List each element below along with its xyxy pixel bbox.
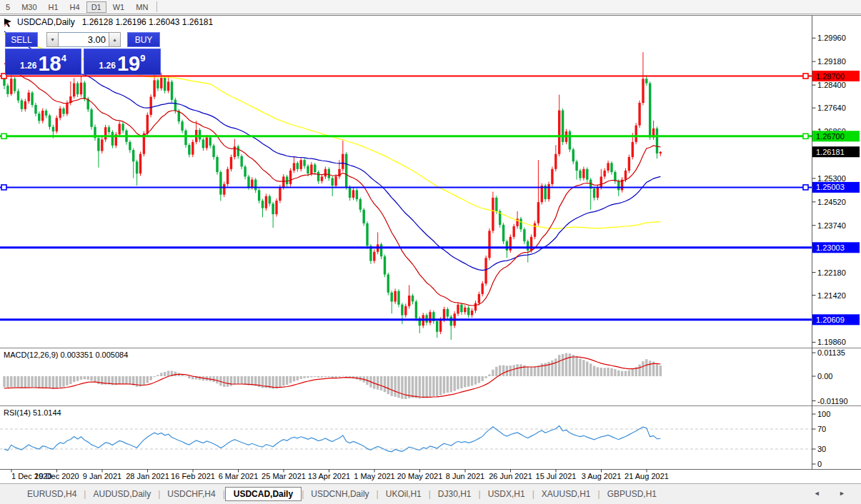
chart-area[interactable]: 1.299601.291801.284001.276401.268601.253… [0,0,861,504]
buy-price-display[interactable]: 1.26 19 9 [84,49,161,75]
svg-text:20 May 2021: 20 May 2021 [397,472,443,480]
svg-text:16 Feb 2021: 16 Feb 2021 [171,472,215,480]
svg-text:1.19860: 1.19860 [817,338,846,346]
volume-decrease-button[interactable]: ▾ [46,32,59,47]
macd-label: MACD(12,26,9) 0.003351 0.005084 [4,351,128,359]
svg-text:1.28700: 1.28700 [816,72,845,81]
timeframe-button-m30[interactable]: M30 [16,1,41,13]
tab-dj30-h1[interactable]: DJ30,H1 [431,488,479,500]
buy-price-sup: 9 [140,53,145,64]
timeframe-button-mn[interactable]: MN [131,1,153,13]
svg-text:8 Jun 2021: 8 Jun 2021 [446,472,484,480]
svg-text:9 Jan 2021: 9 Jan 2021 [83,472,121,480]
svg-text:70: 70 [817,425,826,433]
sell-price-display[interactable]: 1.26 18 4 [5,49,81,75]
svg-text:21 Aug 2021: 21 Aug 2021 [624,472,669,480]
svg-text:13 Apr 2021: 13 Apr 2021 [308,472,350,480]
chart-symbol-label: USDCAD,Daily [17,17,75,27]
volume-input[interactable] [59,32,109,47]
svg-text:0: 0 [817,460,822,468]
one-click-trading-panel: SELL ▾ ▴ BUY 1.26 18 4 1.26 19 9 [5,32,161,75]
svg-text:1.28400: 1.28400 [817,81,846,89]
svg-text:15 Jul 2021: 15 Jul 2021 [536,472,577,480]
svg-text:0.00: 0.00 [817,372,832,380]
sell-price-big: 18 [38,56,61,73]
mt4-terminal: { "toolbar":{"timeframes":["5","M30","H1… [0,0,861,504]
volume-increase-button[interactable]: ▴ [109,32,121,47]
svg-text:1.29960: 1.29960 [817,34,846,42]
tab-audusd-daily[interactable]: AUDUSD,Daily [86,488,158,500]
tab-xauusd-h1[interactable]: XAUUSD,H1 [534,488,598,500]
chart-icon [4,18,14,27]
svg-text:1.21420: 1.21420 [817,291,846,300]
buy-button[interactable]: BUY [127,32,160,47]
timeframe-button-d1[interactable]: D1 [86,1,106,13]
svg-text:30: 30 [817,445,826,453]
buy-price-base: 1.26 [99,61,116,71]
svg-text:1.24520: 1.24520 [817,198,846,206]
volume-spinner: ▾ ▴ [46,32,121,47]
svg-text:0.01135: 0.01135 [817,348,845,357]
triangle-down-icon: ▾ [51,36,54,43]
svg-text:19 Dec 2020: 19 Dec 2020 [34,472,79,480]
svg-text:1.26181: 1.26181 [816,148,845,156]
rsi-label: RSI(14) 51.0144 [4,408,61,417]
tab-usdx-h1[interactable]: USDX,H1 [481,488,532,500]
timeframe-button-w1[interactable]: W1 [108,1,130,13]
chart-ohlc-values: 1.26128 1.26196 1.26043 1.26181 [82,17,214,27]
svg-text:-0.01190: -0.01190 [817,397,848,405]
triangle-up-icon: ▴ [113,36,116,43]
svg-text:1.26700: 1.26700 [816,132,845,141]
svg-text:26 Jun 2021: 26 Jun 2021 [489,472,532,480]
tab-ukoil-h1[interactable]: UKOil,H1 [379,488,429,500]
svg-text:1 May 2021: 1 May 2021 [354,472,394,480]
timeframe-button-5[interactable]: 5 [1,1,15,13]
svg-text:1.23003: 1.23003 [816,243,845,252]
timeframe-toolbar: 5M30H1H4D1W1MN [0,0,861,14]
svg-text:1.20609: 1.20609 [816,316,845,324]
svg-text:100: 100 [817,410,830,418]
tab-scroll-arrows[interactable]: ◄ ► [814,490,854,497]
chart-tab-bar: EURUSD,H4|AUDUSD,Daily|USDCHF,H4|USDCAD,… [0,483,861,504]
svg-text:25 Mar 2021: 25 Mar 2021 [262,472,306,480]
svg-text:1.25300: 1.25300 [817,174,846,183]
svg-text:6 Mar 2021: 6 Mar 2021 [219,472,259,480]
svg-text:3 Aug 2021: 3 Aug 2021 [582,472,622,480]
sell-price-base: 1.26 [20,61,36,71]
tab-eurusd-h4[interactable]: EURUSD,H4 [20,488,84,500]
sell-button[interactable]: SELL [5,32,38,47]
svg-text:28 Jan 2021: 28 Jan 2021 [126,472,169,480]
svg-text:1.29180: 1.29180 [817,57,846,66]
chart-title-bar: USDCAD,Daily 1.26128 1.26196 1.26043 1.2… [4,17,213,27]
buy-price-big: 19 [117,56,140,73]
svg-text:1.27640: 1.27640 [817,104,846,112]
tab-usdchf-h4[interactable]: USDCHF,H4 [160,488,222,500]
tab-gbpusd-h1[interactable]: GBPUSD,H1 [600,488,664,500]
tab-usdcad-daily[interactable]: USDCAD,Daily [225,487,302,501]
svg-text:1.23740: 1.23740 [817,221,846,230]
svg-text:1.22180: 1.22180 [817,268,846,277]
sell-price-sup: 4 [61,53,66,64]
toolbar-separator [156,1,157,12]
svg-text:1.25003: 1.25003 [816,183,845,191]
tab-usdcnh-daily[interactable]: USDCNH,Daily [304,488,376,500]
timeframe-button-h4[interactable]: H4 [65,1,85,13]
timeframe-button-h1[interactable]: H1 [44,1,64,13]
